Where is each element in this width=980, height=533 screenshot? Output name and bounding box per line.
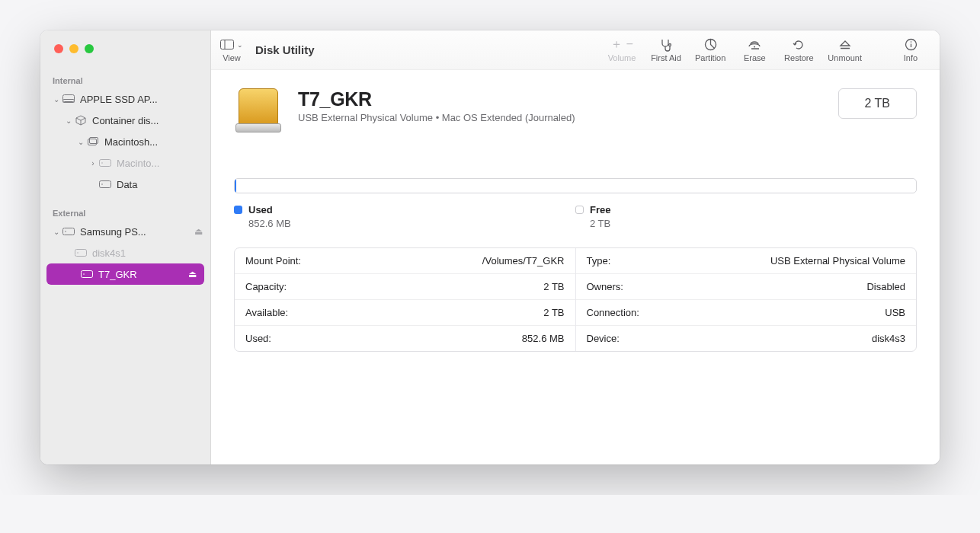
used-swatch-icon	[234, 206, 242, 214]
svg-rect-6	[100, 181, 111, 188]
info-icon	[905, 38, 918, 52]
fullscreen-button[interactable]	[85, 44, 94, 53]
volume-name: T7_GKR	[298, 88, 823, 110]
chevron-down-icon[interactable]: ⌄	[63, 116, 74, 125]
volume-header: T7_GKR USB External Physical Volume • Ma…	[234, 88, 917, 134]
external-disk-large-icon	[234, 88, 283, 134]
svg-rect-14	[221, 40, 234, 49]
eject-icon[interactable]: ⏏	[194, 226, 203, 237]
svg-rect-8	[63, 228, 75, 235]
volume-button[interactable]: ＋ − Volume	[604, 37, 640, 64]
svg-rect-10	[75, 250, 87, 257]
detail-row: Capacity: 2 TB	[235, 274, 575, 300]
svg-rect-12	[82, 271, 93, 278]
volume-group-icon	[86, 137, 100, 146]
sidebar-tree-internal: ⌄ APPLE SSD AP... ⌄ Container dis... ⌄ M…	[40, 88, 210, 195]
details-col-right: Type: USB External Physical Volume Owner…	[576, 248, 917, 351]
sidebar-item-data[interactable]: Data	[40, 174, 210, 195]
sidebar-tree-external: ⌄ Samsung PS... ⏏ disk4s1 T7_GKR	[40, 221, 210, 285]
details-table: Mount Point: /Volumes/T7_GKR Capacity: 2…	[234, 247, 917, 352]
usage-legend: Used 852.6 MB Free 2 TB	[234, 204, 917, 229]
unmount-button[interactable]: Unmount	[825, 37, 865, 64]
minimize-button[interactable]	[69, 44, 78, 53]
svg-point-16	[669, 43, 671, 46]
details-col-left: Mount Point: /Volumes/T7_GKR Capacity: 2…	[235, 248, 576, 351]
chevron-down-icon[interactable]: ⌄	[51, 95, 62, 104]
plus-minus-icon: ＋ −	[610, 38, 633, 52]
pie-icon	[704, 38, 717, 52]
internal-disk-icon	[62, 94, 75, 104]
svg-point-13	[83, 273, 85, 275]
svg-point-7	[101, 184, 103, 185]
usage-fill	[235, 179, 236, 193]
disk-utility-window: Internal ⌄ APPLE SSD AP... ⌄ Container d…	[40, 30, 940, 464]
erase-button[interactable]: Erase	[736, 37, 773, 64]
restore-icon	[793, 38, 805, 52]
size-badge: 2 TB	[838, 88, 918, 119]
content-area: T7_GKR USB External Physical Volume • Ma…	[211, 70, 940, 464]
close-button[interactable]	[54, 44, 63, 53]
volume-icon	[74, 249, 88, 257]
used-label: Used	[248, 204, 273, 215]
restore-button[interactable]: Restore	[780, 37, 817, 64]
svg-point-9	[65, 231, 66, 232]
free-label: Free	[590, 204, 610, 215]
free-value: 2 TB	[590, 218, 917, 229]
eject-icon	[839, 38, 851, 52]
main-panel: ⌄ View Disk Utility ＋ − Volume First Aid	[211, 30, 940, 464]
info-button[interactable]: Info	[892, 37, 929, 64]
detail-row: Available: 2 TB	[235, 300, 575, 326]
window-controls	[40, 30, 210, 70]
external-disk-icon	[62, 228, 75, 235]
sidebar-item-t7-gkr[interactable]: T7_GKR ⏏	[46, 263, 204, 285]
sidebar-toggle-icon: ⌄	[220, 38, 243, 52]
svg-point-18	[754, 46, 755, 47]
volume-icon	[98, 180, 112, 188]
svg-point-21	[910, 41, 911, 43]
container-icon	[74, 115, 88, 126]
svg-point-11	[77, 252, 78, 254]
detail-row: Connection: USB	[576, 300, 917, 326]
volume-icon	[98, 159, 112, 167]
app-title: Disk Utility	[255, 43, 315, 56]
sidebar-item-disk4s1[interactable]: disk4s1	[40, 242, 210, 263]
view-menu-button[interactable]: ⌄ View	[220, 38, 243, 62]
stethoscope-icon	[659, 38, 673, 52]
chevron-right-icon[interactable]: ›	[88, 159, 98, 168]
sidebar-section-external: External	[40, 203, 210, 221]
free-swatch-icon	[575, 206, 584, 214]
volume-icon	[80, 270, 94, 278]
sidebar-section-internal: Internal	[40, 70, 210, 88]
first-aid-button[interactable]: First Aid	[648, 37, 684, 64]
used-value: 852.6 MB	[248, 218, 575, 229]
detail-row: Type: USB External Physical Volume	[576, 248, 917, 274]
eject-icon[interactable]: ⏏	[188, 269, 197, 279]
sidebar-item-macintosh-snapshot[interactable]: › Macinto...	[40, 152, 210, 174]
svg-point-5	[101, 162, 103, 164]
svg-rect-4	[100, 160, 111, 167]
partition-button[interactable]: Partition	[692, 37, 729, 64]
detail-row: Mount Point: /Volumes/T7_GKR	[235, 248, 575, 274]
detail-row: Used: 852.6 MB	[235, 326, 575, 351]
volume-subtitle: USB External Physical Volume • Mac OS Ex…	[298, 112, 823, 123]
sidebar-item-samsung[interactable]: ⌄ Samsung PS... ⏏	[40, 221, 210, 242]
detail-row: Owners: Disabled	[576, 274, 917, 300]
erase-icon	[747, 38, 762, 52]
chevron-down-icon[interactable]: ⌄	[51, 228, 62, 236]
sidebar: Internal ⌄ APPLE SSD AP... ⌄ Container d…	[40, 30, 211, 464]
chevron-down-icon[interactable]: ⌄	[75, 138, 86, 146]
sidebar-item-apple-ssd[interactable]: ⌄ APPLE SSD AP...	[40, 88, 210, 110]
svg-rect-0	[63, 95, 75, 102]
sidebar-item-container[interactable]: ⌄ Container dis...	[40, 110, 210, 131]
detail-row: Device: disk4s3	[576, 326, 917, 351]
usage-bar	[234, 178, 917, 193]
sidebar-item-macintosh-hd[interactable]: ⌄ Macintosh...	[40, 131, 210, 152]
toolbar: ⌄ View Disk Utility ＋ − Volume First Aid	[211, 30, 940, 70]
